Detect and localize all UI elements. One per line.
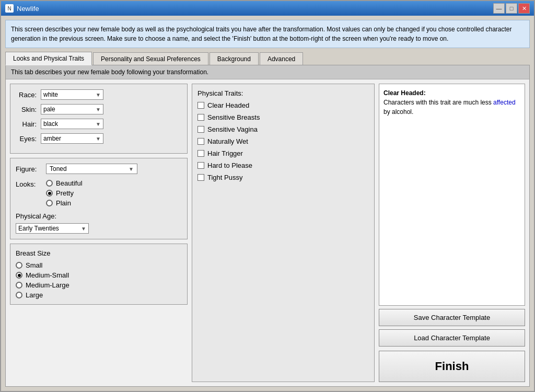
hair-label: Hair: (16, 120, 37, 128)
tab-looks[interactable]: Looks and Physical Traits (5, 52, 92, 65)
close-button[interactable]: ✕ (518, 3, 530, 14)
trait-clear-headed[interactable]: Clear Headed (197, 101, 369, 109)
tab-advanced[interactable]: Advanced (260, 52, 303, 65)
hair-value: black (43, 120, 58, 128)
physical-traits-panel: Physical Traits: Clear Headed Sensitive … (192, 84, 375, 382)
window-content: This screen describes your new female bo… (1, 16, 534, 391)
looks-plain-label: Plain (56, 199, 71, 207)
race-row: Race: white ▼ (16, 89, 182, 100)
trait-naturally-wet-label: Naturally Wet (207, 137, 248, 145)
trait-hard-to-please-checkbox[interactable] (197, 162, 204, 169)
trait-hair-trigger-label: Hair Trigger (207, 149, 243, 157)
looks-row: Looks: Beautiful Pretty (16, 179, 182, 207)
trait-clear-headed-label: Clear Headed (207, 101, 249, 109)
looks-plain-radio[interactable] (46, 200, 53, 206)
eyes-label: Eyes: (16, 135, 37, 143)
breast-medium-small[interactable]: Medium-Small (16, 271, 182, 279)
minimize-button[interactable]: — (493, 3, 505, 14)
breast-small-radio[interactable] (16, 262, 22, 269)
trait-tight-pussy[interactable]: Tight Pussy (197, 174, 369, 181)
looks-pretty-radio[interactable] (46, 190, 53, 197)
skin-label: Skin: (16, 106, 37, 113)
trait-sensitive-vagina-checkbox[interactable] (197, 126, 204, 133)
trait-sensitive-breasts-label: Sensitive Breasts (207, 113, 260, 121)
looks-plain[interactable]: Plain (46, 199, 83, 207)
trait-hair-trigger[interactable]: Hair Trigger (197, 149, 369, 157)
breast-small-label: Small (26, 261, 43, 269)
load-template-button[interactable]: Load Character Template (379, 329, 525, 347)
breast-size-radio-group: Small Medium-Small Medium-Large (16, 261, 182, 299)
tab-background[interactable]: Background (210, 52, 259, 65)
breast-medium-small-label: Medium-Small (26, 271, 69, 279)
eyes-row: Eyes: amber ▼ (16, 133, 182, 144)
age-label: Physical Age: (16, 212, 182, 220)
maximize-button[interactable]: □ (506, 3, 517, 14)
race-value: white (43, 91, 58, 98)
trait-hard-to-please-label: Hard to Please (207, 162, 252, 169)
title-bar-buttons: — □ ✕ (493, 3, 530, 14)
trait-sensitive-breasts-checkbox[interactable] (197, 114, 204, 121)
title-bar: N Newlife — □ ✕ (1, 1, 534, 16)
save-template-button[interactable]: Save Character Template (379, 309, 525, 326)
figure-value: Toned (50, 165, 67, 172)
window-icon: N (5, 4, 14, 13)
breast-medium-small-radio[interactable] (16, 272, 22, 279)
eyes-value: amber (43, 135, 61, 142)
figure-panel: Figure: Toned ▼ Looks: (10, 158, 188, 239)
figure-dropdown[interactable]: Toned ▼ (46, 164, 137, 174)
trait-naturally-wet-checkbox[interactable] (197, 138, 204, 145)
race-dropdown[interactable]: white ▼ (41, 89, 103, 100)
trait-info-name: Clear Headed: (383, 89, 426, 97)
left-column: Race: white ▼ Skin: pale ▼ (10, 84, 188, 382)
finish-button[interactable]: Finish (379, 351, 525, 382)
hair-dropdown[interactable]: black ▼ (41, 119, 103, 129)
info-message: This screen describes your new female bo… (5, 20, 530, 48)
breast-large-radio[interactable] (16, 292, 22, 298)
eyes-dropdown[interactable]: amber ▼ (41, 133, 103, 144)
breast-size-title: Breast Size (16, 249, 182, 257)
trait-sensitive-vagina-label: Sensitive Vagina (207, 125, 258, 133)
age-dropdown[interactable]: Early Twenties ▼ (16, 223, 89, 234)
breast-large[interactable]: Large (16, 291, 182, 299)
looks-beautiful-radio[interactable] (46, 180, 53, 187)
skin-value: pale (43, 106, 55, 113)
trait-hair-trigger-checkbox[interactable] (197, 150, 204, 157)
breast-small[interactable]: Small (16, 261, 182, 269)
eyes-dropdown-arrow: ▼ (96, 136, 101, 142)
trait-clear-headed-checkbox[interactable] (197, 102, 204, 109)
looks-beautiful[interactable]: Beautiful (46, 179, 83, 187)
tab-personality[interactable]: Personality and Sexual Preferences (93, 52, 208, 65)
hair-row: Hair: black ▼ (16, 119, 182, 129)
appearance-panel: Race: white ▼ Skin: pale ▼ (10, 84, 188, 154)
age-value: Early Twenties (18, 225, 59, 232)
breast-medium-large[interactable]: Medium-Large (16, 281, 182, 289)
hair-dropdown-arrow: ▼ (96, 121, 101, 127)
tab-bar: Looks and Physical Traits Personality an… (5, 51, 530, 65)
main-layout: Race: white ▼ Skin: pale ▼ (6, 79, 529, 386)
tab-content: This tab describes your new female body … (5, 65, 530, 387)
looks-pretty[interactable]: Pretty (46, 189, 83, 197)
skin-dropdown[interactable]: pale ▼ (41, 104, 103, 114)
figure-label: Figure: (16, 165, 42, 173)
race-label: Race: (16, 91, 37, 99)
looks-pretty-label: Pretty (56, 189, 74, 197)
window-title: Newlife (17, 5, 39, 13)
breast-medium-large-label: Medium-Large (26, 281, 69, 289)
skin-dropdown-arrow: ▼ (96, 107, 101, 112)
tabs-area: Looks and Physical Traits Personality an… (5, 51, 530, 387)
skin-row: Skin: pale ▼ (16, 104, 182, 114)
looks-label: Looks: (16, 179, 42, 188)
looks-radio-group: Beautiful Pretty Plain (46, 179, 83, 207)
trait-sensitive-vagina[interactable]: Sensitive Vagina (197, 125, 369, 133)
trait-hard-to-please[interactable]: Hard to Please (197, 162, 369, 169)
right-column: Clear Headed: Characters with this trait… (379, 84, 525, 382)
age-dropdown-arrow: ▼ (81, 226, 86, 232)
age-section: Physical Age: Early Twenties ▼ (16, 212, 182, 234)
trait-tight-pussy-checkbox[interactable] (197, 174, 204, 181)
breast-size-panel: Breast Size Small Medium-Small (10, 244, 188, 305)
trait-info-description: Characters with this trait are much less… (383, 99, 516, 116)
trait-naturally-wet[interactable]: Naturally Wet (197, 137, 369, 145)
trait-sensitive-breasts[interactable]: Sensitive Breasts (197, 113, 369, 121)
breast-medium-large-radio[interactable] (16, 282, 22, 289)
figure-row: Figure: Toned ▼ (16, 164, 182, 174)
